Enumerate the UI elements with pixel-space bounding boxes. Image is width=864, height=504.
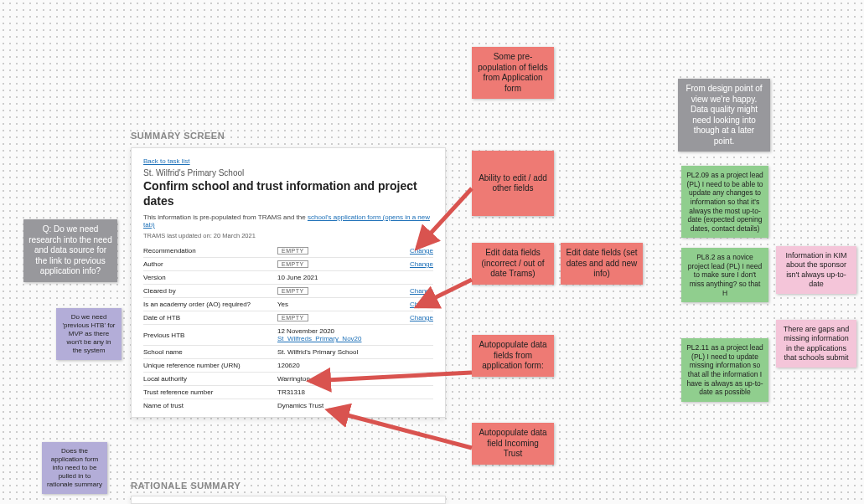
row-ao-required: Is an academy order (AO) required? Yes C…: [143, 298, 433, 311]
school-caption: St. Wilfrid's Primary School: [143, 168, 433, 177]
change-ao-required-link[interactable]: Change: [410, 301, 433, 308]
previous-htb-doc-link[interactable]: St_Wilfreds_Primary_Nov20: [277, 335, 361, 342]
row-recommendation: Recommendation EMPTY Change: [143, 244, 433, 258]
rationale-form-card: [131, 496, 446, 504]
change-date-htb-link[interactable]: Change: [410, 314, 433, 321]
row-version: Version 10 June 2021: [143, 271, 433, 285]
sticky-edit-add-fields[interactable]: Ability to edit / add other fields: [472, 151, 554, 216]
change-author-link[interactable]: Change: [410, 260, 433, 268]
row-urn: Unique reference number (URN) 120620: [143, 359, 433, 373]
sticky-pl211[interactable]: PL2.11 as a project lead (PL) I need to …: [681, 338, 768, 402]
change-recommendation-link[interactable]: Change: [410, 247, 433, 255]
sticky-pl209[interactable]: PL2.09 as a project lead (PL) I need to …: [681, 166, 768, 238]
row-trust-ref: Trust reference number TR31318: [143, 386, 433, 399]
sticky-question-research[interactable]: Q: Do we need research into the need and…: [23, 219, 117, 282]
back-to-task-list-link[interactable]: Back to task list: [143, 157, 190, 165]
sticky-kim-sponsor[interactable]: Information in KIM about the sponsor isn…: [776, 246, 856, 294]
trams-last-updated: TRAMS last updated on: 20 March 2021: [143, 232, 433, 239]
page-heading: Confirm school and trust information and…: [143, 179, 433, 208]
row-trust-name: Name of trust Dynamics Trust: [143, 399, 433, 412]
row-author: Author EMPTY Change: [143, 258, 433, 271]
summary-screen-label: SUMMARY SCREEN: [131, 131, 225, 141]
sticky-previous-htb-mvp[interactable]: Do we need 'previous HTB' for MVP as the…: [56, 308, 122, 360]
sticky-prepopulation[interactable]: Some pre-population of fields from Appli…: [472, 47, 554, 99]
rationale-summary-label: RATIONALE SUMMARY: [131, 481, 241, 491]
sticky-autopopulate-trust[interactable]: Autopopulate data field Incoming Trust: [472, 423, 554, 465]
sticky-edit-date-fields[interactable]: Edit date fields (set dates and add new …: [561, 243, 643, 285]
sticky-edit-data-fields[interactable]: Edit data fields (incorrect / out of dat…: [472, 243, 554, 285]
sticky-design-happy[interactable]: From design point of view we're happy. D…: [678, 79, 770, 152]
empty-badge: EMPTY: [277, 314, 308, 321]
empty-badge: EMPTY: [277, 247, 308, 255]
summary-form-card: Back to task list St. Wilfrid's Primary …: [131, 147, 446, 418]
row-cleared-by: Cleared by EMPTY Change: [143, 285, 433, 298]
sticky-autopopulate-appform[interactable]: Autopopulate data fields from applicatio…: [472, 335, 554, 377]
row-previous-htb: Previous HTB 12 November 2020 St_Wilfred…: [143, 325, 433, 346]
row-school-name: School name St. Wilfrid's Primary School: [143, 346, 433, 359]
change-cleared-by-link[interactable]: Change: [410, 287, 433, 295]
row-local-authority: Local authority Warrington: [143, 373, 433, 386]
empty-badge: EMPTY: [277, 287, 308, 295]
empty-badge: EMPTY: [277, 260, 308, 268]
sticky-appform-rationale[interactable]: Does the application form info need to b…: [42, 442, 107, 494]
sticky-pl82[interactable]: PL8.2 as a novice project lead (PL) I ne…: [681, 248, 768, 302]
sticky-gaps-missing[interactable]: There are gaps and missing information i…: [776, 320, 856, 368]
intro-text: This information is pre-populated from T…: [143, 213, 433, 229]
row-date-htb: Date of HTB EMPTY Change: [143, 311, 433, 325]
